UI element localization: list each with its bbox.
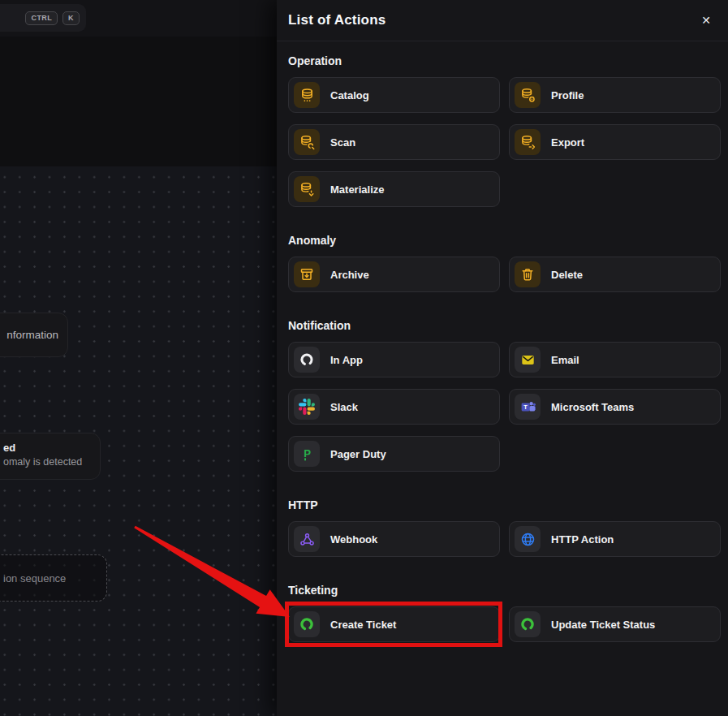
workflow-node-action-sequence[interactable]: ion sequence xyxy=(0,554,107,602)
node-label: ion sequence xyxy=(3,572,66,584)
action-label: Archive xyxy=(330,269,369,281)
list-of-actions-panel: List of Actions ✕ Operation Catalog Prof… xyxy=(277,0,728,716)
action-button-delete[interactable]: Delete xyxy=(509,257,721,292)
action-button-http-action[interactable]: HTTP Action xyxy=(509,521,721,557)
action-label: Export xyxy=(551,136,584,149)
ticket-logo-icon xyxy=(294,611,320,637)
app-screen: CTRL K nformation ed omaly is detected i… xyxy=(0,0,728,716)
catalog-database-icon xyxy=(294,82,320,108)
action-button-profile[interactable]: Profile xyxy=(509,77,721,113)
action-button-scan[interactable]: Scan xyxy=(288,124,500,160)
action-label: Delete xyxy=(551,269,583,281)
scan-database-icon xyxy=(294,129,320,155)
materialize-database-icon xyxy=(294,176,320,202)
action-section-anomaly: Anomaly Archive Delete xyxy=(288,234,721,292)
webhook-icon xyxy=(294,526,320,552)
trash-icon xyxy=(515,261,541,287)
email-envelope-icon xyxy=(515,347,541,373)
action-button-pager-duty[interactable]: P Pager Duty xyxy=(288,436,500,472)
action-label: Create Ticket xyxy=(330,619,396,631)
workflow-node-anomaly-detected[interactable]: ed omaly is detected xyxy=(0,433,101,480)
action-label: Webhook xyxy=(330,533,377,546)
node-subtitle: omaly is detected xyxy=(3,456,100,468)
action-label: Profile xyxy=(551,89,584,101)
export-database-icon xyxy=(515,129,541,155)
action-button-in-app[interactable]: In App xyxy=(288,342,500,377)
action-section-notification: Notification In App Email Slack T Micros… xyxy=(288,319,721,472)
section-title: HTTP xyxy=(288,498,721,511)
section-title: Ticketing xyxy=(288,584,721,597)
panel-body: Operation Catalog Profile Scan Export Ma… xyxy=(277,41,728,642)
panel-header: List of Actions ✕ xyxy=(277,0,728,41)
node-label: nformation xyxy=(6,329,58,341)
action-button-email[interactable]: Email xyxy=(509,342,721,377)
archive-box-icon xyxy=(294,261,320,287)
workflow-node-information[interactable]: nformation xyxy=(0,313,68,357)
action-section-http: HTTP Webhook HTTP Action xyxy=(288,498,721,557)
section-title: Operation xyxy=(288,54,721,67)
action-label: Slack xyxy=(330,401,358,413)
action-label: Scan xyxy=(330,136,355,149)
action-section-ticketing: Ticketing Create Ticket Update Ticket St… xyxy=(288,584,721,642)
profile-database-icon xyxy=(515,82,541,108)
action-label: Microsoft Teams xyxy=(551,401,634,413)
action-label: Materialize xyxy=(330,183,384,196)
ticket-logo-icon xyxy=(515,611,541,637)
action-button-catalog[interactable]: Catalog xyxy=(288,77,500,113)
section-title: Anomaly xyxy=(288,234,721,247)
action-label: Catalog xyxy=(330,89,369,101)
action-button-export[interactable]: Export xyxy=(509,124,721,160)
action-button-create-ticket[interactable]: Create Ticket xyxy=(288,606,500,642)
canvas-topbar: CTRL K xyxy=(0,0,277,37)
search-box[interactable]: CTRL K xyxy=(0,4,86,32)
section-grid: In App Email Slack T Microsoft Teams P P… xyxy=(288,342,721,472)
pagerduty-logo-icon: P xyxy=(294,441,320,467)
slack-logo-icon xyxy=(294,394,320,420)
in-app-logo-icon xyxy=(294,347,320,373)
action-button-webhook[interactable]: Webhook xyxy=(288,521,500,557)
canvas-upper-area xyxy=(0,37,277,166)
action-button-slack[interactable]: Slack xyxy=(288,389,500,425)
ctrl-key-badge: CTRL xyxy=(25,11,58,25)
action-label: Update Ticket Status xyxy=(551,619,655,631)
action-section-operation: Operation Catalog Profile Scan Export Ma… xyxy=(288,54,721,207)
action-label: Email xyxy=(551,354,579,366)
action-button-update-ticket-status[interactable]: Update Ticket Status xyxy=(509,606,721,642)
node-title: ed xyxy=(3,442,100,454)
section-grid: Catalog Profile Scan Export Materialize xyxy=(288,77,721,207)
action-button-microsoft-teams[interactable]: T Microsoft Teams xyxy=(509,389,721,425)
action-label: Pager Duty xyxy=(330,448,386,460)
svg-text:P: P xyxy=(304,447,311,459)
section-grid: Archive Delete xyxy=(288,257,721,292)
action-label: HTTP Action xyxy=(551,533,614,546)
svg-text:T: T xyxy=(523,403,528,411)
panel-title: List of Actions xyxy=(288,12,386,28)
action-button-materialize[interactable]: Materialize xyxy=(288,171,500,207)
action-button-archive[interactable]: Archive xyxy=(288,257,500,292)
action-label: In App xyxy=(330,354,363,366)
close-icon[interactable]: ✕ xyxy=(698,11,714,29)
globe-icon xyxy=(515,526,541,552)
microsoft-teams-logo-icon: T xyxy=(515,394,541,420)
k-key-badge: K xyxy=(62,11,80,25)
section-title: Notification xyxy=(288,319,721,332)
section-grid: Create Ticket Update Ticket Status xyxy=(288,606,721,642)
section-grid: Webhook HTTP Action xyxy=(288,521,721,557)
